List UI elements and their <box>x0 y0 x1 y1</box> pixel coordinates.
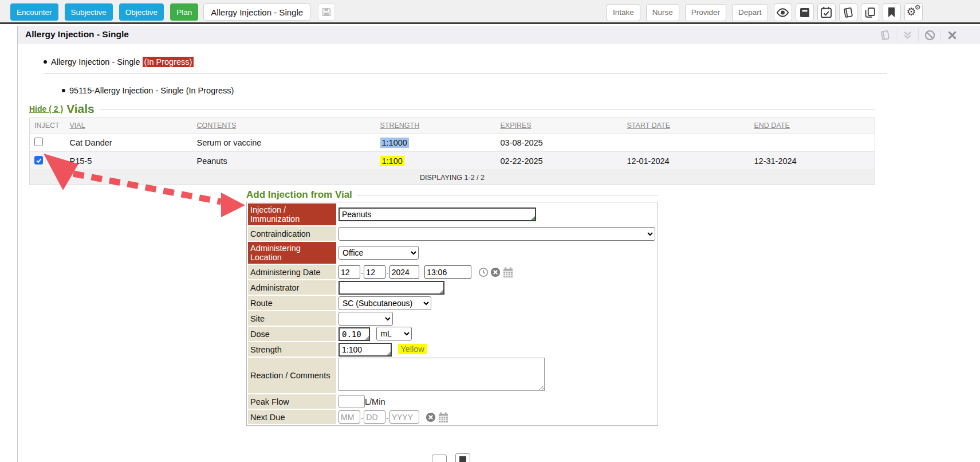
calendar-picker-icon[interactable] <box>502 267 514 278</box>
content-panel: Allergy Injection - Single <box>17 26 980 462</box>
peak-flow-unit: L/Min <box>365 397 385 406</box>
end-date-cell <box>750 134 875 152</box>
inject-checkbox[interactable] <box>34 138 43 146</box>
date-separator: - <box>386 413 388 422</box>
strength-input[interactable] <box>339 343 392 357</box>
current-time-icon[interactable] <box>478 267 489 277</box>
col-expires-sort[interactable]: EXPIRES <box>501 122 532 130</box>
page: Encounter Subjective Objective Plan Alle… <box>0 0 980 462</box>
administering-location-label: Administering Location <box>248 242 336 264</box>
bullet-dot <box>62 89 65 92</box>
hide-vials-link[interactable]: Hide ( 2 ) <box>29 104 63 113</box>
site-label: Site <box>248 311 336 326</box>
legend-line <box>357 195 658 195</box>
route-select[interactable]: SC (Subcutaneous) <box>339 296 431 310</box>
note-subitem: 95115-Allergy Injection - Single (In Pro… <box>69 86 234 95</box>
panel-journal-button[interactable] <box>873 29 896 41</box>
vial-row-p15-5: P15-5 Peanuts 1:100 02-22-2025 12-01-202… <box>30 152 875 170</box>
route-label: Route <box>248 296 336 310</box>
dose-input[interactable] <box>339 327 370 341</box>
col-vial-sort[interactable]: VIAL <box>70 122 85 130</box>
site-select[interactable] <box>339 312 393 326</box>
administering-location-select[interactable]: Office <box>339 246 419 260</box>
next-due-label: Next Due <box>248 410 336 424</box>
vials-legend-row: Hide ( 2 ) Vials <box>29 102 875 116</box>
add-injection-form: Injection / Immunization Contraindicatio… <box>246 202 658 426</box>
start-date-cell <box>623 134 750 152</box>
nav-right-group: Intake Nurse Provider Depart <box>607 3 923 21</box>
bookmark-icon <box>887 7 896 18</box>
col-startdate-sort[interactable]: START DATE <box>627 122 670 130</box>
archive-icon <box>799 7 810 18</box>
date-day-input[interactable] <box>364 265 385 279</box>
time-input[interactable] <box>424 265 471 279</box>
form-legend-row: Add Injection from Vial <box>246 189 658 201</box>
date-separator: - <box>361 413 363 422</box>
save-document-button[interactable] <box>318 3 335 21</box>
peak-flow-input[interactable] <box>339 395 365 408</box>
eye-icon <box>776 7 789 18</box>
journal-icon <box>879 30 891 41</box>
gears-icon: ⚙⚙ <box>907 6 920 19</box>
strength-cell-highlighted: 1:1000 <box>380 138 409 148</box>
provider-button[interactable]: Provider <box>685 4 726 21</box>
reaction-comments-textarea[interactable] <box>339 358 545 391</box>
date-separator: - <box>386 268 388 277</box>
col-enddate-sort[interactable]: END DATE <box>754 122 790 130</box>
cutoff-save-button[interactable] <box>455 453 470 462</box>
intake-button[interactable]: Intake <box>607 4 640 21</box>
panel-close-button[interactable] <box>940 29 963 41</box>
next-due-year-input[interactable] <box>389 410 419 424</box>
col-strength-sort[interactable]: STRENGTH <box>380 122 420 130</box>
copy-icon <box>864 7 876 18</box>
clear-date-icon[interactable] <box>490 267 501 277</box>
contraindication-select[interactable] <box>339 227 655 241</box>
encounter-button[interactable]: Encounter <box>10 3 58 21</box>
next-due-month-input[interactable] <box>339 410 360 424</box>
eye-toolbar-button[interactable] <box>774 3 792 21</box>
copy-toolbar-button[interactable] <box>861 3 879 21</box>
dose-unit-select[interactable]: mL <box>376 327 412 340</box>
panel-void-button[interactable] <box>918 29 940 41</box>
clear-date-icon[interactable] <box>426 412 436 422</box>
injection-input[interactable] <box>339 207 536 221</box>
add-injection-section: Add Injection from Vial Injection / Immu… <box>246 189 658 426</box>
depart-button[interactable]: Depart <box>732 4 768 21</box>
dose-label: Dose <box>248 327 336 341</box>
date-month-input[interactable] <box>339 265 360 279</box>
close-icon <box>948 31 957 40</box>
expires-cell: 02-22-2025 <box>496 152 623 170</box>
calendar-check-icon <box>820 6 832 18</box>
note-subitem-text: 95115-Allergy Injection - Single (In Pro… <box>69 86 234 95</box>
bookmark-toolbar-button[interactable] <box>883 3 901 21</box>
plan-button[interactable]: Plan <box>170 3 198 21</box>
calendar-picker-icon[interactable] <box>438 412 449 423</box>
save-icon <box>459 456 466 462</box>
panel-collapse-button[interactable] <box>896 29 918 41</box>
date-year-input[interactable] <box>389 265 419 279</box>
archive-toolbar-button[interactable] <box>796 3 814 21</box>
legend-line <box>99 109 875 109</box>
peak-flow-label: Peak Flow <box>248 394 336 409</box>
journal-icon <box>842 7 854 18</box>
form-legend: Add Injection from Vial <box>246 189 352 201</box>
inject-checkbox[interactable] <box>34 156 43 165</box>
vial-cell: P15-5 <box>65 152 192 170</box>
document-title-text: Allergy Injection - Single <box>211 7 303 17</box>
vials-section: Hide ( 2 ) Vials INJECT VIAL CONTENTS ST… <box>29 102 875 185</box>
cutoff-action-button[interactable] <box>432 455 447 462</box>
nurse-button[interactable]: Nurse <box>646 4 679 21</box>
objective-button[interactable]: Objective <box>119 3 164 21</box>
next-due-day-input[interactable] <box>364 410 385 424</box>
note-item-text: Allergy Injection - Single <box>51 57 140 66</box>
contents-cell: Peanuts <box>192 152 376 170</box>
contents-cell: Serum or vaccine <box>192 134 376 152</box>
subjective-button[interactable]: Subjective <box>65 3 113 21</box>
calendar-check-toolbar-button[interactable] <box>817 3 836 21</box>
journal-toolbar-button[interactable] <box>839 3 857 21</box>
nav-left-group: Encounter Subjective Objective Plan Alle… <box>10 3 335 21</box>
settings-toolbar-button[interactable]: ⚙⚙ <box>904 3 923 21</box>
col-contents-sort[interactable]: CONTENTS <box>197 122 237 130</box>
administrator-input[interactable] <box>339 281 444 295</box>
start-date-cell: 12-01-2024 <box>623 152 750 170</box>
